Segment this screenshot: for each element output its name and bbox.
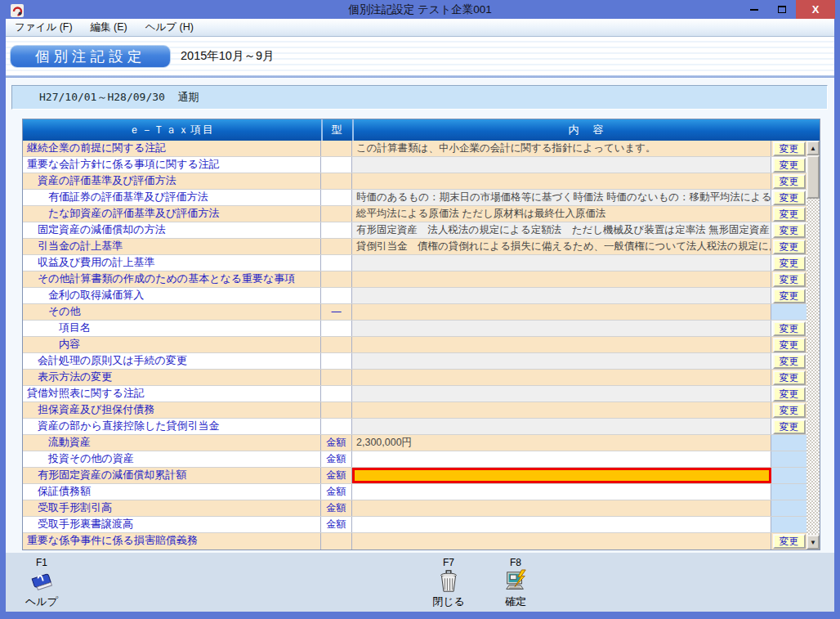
scrollbar-thumb[interactable] xyxy=(806,155,820,199)
change-button-cell: 変更 xyxy=(771,157,806,173)
etax-item-cell: その他 xyxy=(23,304,321,320)
etax-item-label: たな卸資産の評価基準及び評価方法 xyxy=(48,207,219,219)
change-button[interactable]: 変更 xyxy=(773,354,806,369)
table-row: 担保資産及び担保付債務 変更 xyxy=(23,402,806,419)
etax-item-cell: 投資その他の資産 xyxy=(23,451,321,467)
table-row: 項目名 変更 xyxy=(23,321,806,337)
type-cell xyxy=(321,157,352,173)
etax-item-cell: 金利の取得減価算入 xyxy=(23,288,321,303)
etax-item-cell: 受取手形割引高 xyxy=(23,500,321,516)
table-row: 受取手形裏書譲渡高 金額 xyxy=(23,517,806,533)
content-cell xyxy=(352,304,771,320)
change-button[interactable]: 変更 xyxy=(773,223,806,238)
change-button[interactable]: 変更 xyxy=(773,240,806,254)
etax-item-cell: 資産の評価基準及び評価方法 xyxy=(23,173,321,189)
change-button-cell: 変更 xyxy=(771,239,806,254)
content-cell[interactable] xyxy=(352,468,771,483)
content-cell xyxy=(352,386,771,401)
change-button-cell xyxy=(771,484,806,500)
app-icon xyxy=(11,4,24,17)
change-button[interactable]: 変更 xyxy=(773,387,806,401)
menu-file[interactable]: ファイル (F) xyxy=(6,19,82,36)
content-cell[interactable] xyxy=(352,500,771,516)
change-button[interactable]: 変更 xyxy=(773,141,806,156)
etax-item-cell: 内容 xyxy=(23,337,321,352)
menubar: ファイル (F) 編集 (E) ヘルプ (H) xyxy=(6,19,834,37)
etax-items-table: ｅ－Ｔａｘ項目 型 内 容 継続企業の前提に関する注記 この計算書類は、中小企業… xyxy=(22,119,820,550)
type-cell xyxy=(321,402,352,418)
etax-item-cell: 担保資産及び担保付債務 xyxy=(23,402,321,418)
content-cell xyxy=(352,288,771,303)
change-button[interactable]: 変更 xyxy=(773,534,806,549)
table-row: たな卸資産の評価基準及び評価方法 総平均法による原価法 ただし原材料は最終仕入原… xyxy=(23,206,806,222)
change-button[interactable]: 変更 xyxy=(773,174,806,189)
column-header-type: 型 xyxy=(321,119,352,141)
menu-help[interactable]: ヘルプ (H) xyxy=(136,19,203,36)
change-button-cell: 変更 xyxy=(771,190,806,205)
change-button-cell: 変更 xyxy=(771,419,806,434)
etax-item-cell: 流動資産 xyxy=(23,435,321,451)
change-button[interactable]: 変更 xyxy=(773,158,806,173)
content-cell xyxy=(352,419,771,434)
change-button-cell: 変更 xyxy=(771,337,806,352)
table-row: その他計算書類の作成のための基本となる重要な事項 変更 xyxy=(23,271,806,288)
etax-item-cell: 資産の部から直接控除した貸倒引当金 xyxy=(23,419,321,434)
menu-edit[interactable]: 編集 (E) xyxy=(82,19,136,36)
change-button[interactable]: 変更 xyxy=(773,419,806,434)
etax-item-label: 引当金の計上基準 xyxy=(38,240,123,252)
change-button[interactable]: 変更 xyxy=(773,256,806,271)
table-row: 重要な会計方針に係る事項に関する注記 変更 xyxy=(23,157,806,173)
trash-icon xyxy=(436,569,461,594)
etax-item-label: 固定資産の減価償却の方法 xyxy=(38,223,166,235)
scrollbar-down-icon[interactable]: ▼ xyxy=(806,535,820,549)
etax-item-label: その他計算書類の作成のための基本となる重要な事項 xyxy=(38,272,295,285)
scrollbar-track[interactable] xyxy=(806,199,820,535)
type-cell: 金額 xyxy=(321,435,352,451)
content-cell[interactable]: 2,300,000円 xyxy=(352,435,771,451)
content-cell[interactable] xyxy=(352,517,771,532)
change-button[interactable]: 変更 xyxy=(773,321,806,336)
change-button[interactable]: 変更 xyxy=(773,272,806,287)
maximize-button[interactable] xyxy=(768,0,796,19)
content-cell: 貸倒引当金 債権の貸倒れによる損失に備えるため、一般債権について法人税法の規定に… xyxy=(352,239,771,254)
table-body: 継続企業の前提に関する注記 この計算書類は、中小企業の会計に関する指針によってい… xyxy=(23,141,806,549)
table-row: 収益及び費用の計上基準 変更 xyxy=(23,255,806,271)
change-button-cell: 変更 xyxy=(771,255,806,271)
confirm-button[interactable]: F8 確定 xyxy=(489,557,542,609)
table-row: 金利の取得減価算入 変更 xyxy=(23,288,806,304)
change-button[interactable]: 変更 xyxy=(773,207,806,222)
close-icon[interactable]: X xyxy=(796,0,835,19)
etax-item-label: 有価証券の評価基準及び評価方法 xyxy=(48,191,208,203)
etax-item-cell: 重要な係争事件に係る損害賠償義務 xyxy=(23,533,321,549)
change-button[interactable]: 変更 xyxy=(773,370,806,385)
etax-item-cell: 会計処理の原則又は手続の変更 xyxy=(23,353,321,369)
type-cell xyxy=(321,173,352,189)
content-cell: 時価のあるもの：期末日の市場価格等に基づく時価法 時価のないもの：移動平均法によ… xyxy=(352,190,771,205)
change-button[interactable]: 変更 xyxy=(773,289,806,303)
change-button-cell: 変更 xyxy=(771,353,806,369)
close-screen-button[interactable]: F7 閉じる xyxy=(422,557,475,609)
content-cell: この計算書類は、中小企業の会計に関する指針によっています。 xyxy=(352,141,771,156)
minimize-button[interactable] xyxy=(740,0,768,19)
change-button[interactable]: 変更 xyxy=(773,338,806,352)
content-cell[interactable] xyxy=(352,451,771,467)
etax-item-cell: 表示方法の変更 xyxy=(23,370,321,385)
table-header: ｅ－Ｔａｘ項目 型 内 容 xyxy=(23,119,820,141)
help-button[interactable]: F1 ヘルプ xyxy=(16,557,68,609)
change-button-cell: 変更 xyxy=(771,386,806,401)
table-scrollbar[interactable]: ▲ ▼ xyxy=(806,141,820,549)
etax-item-label: 資産の部から直接控除した貸倒引当金 xyxy=(38,419,220,432)
change-button-cell: 変更 xyxy=(771,533,806,549)
content-cell[interactable] xyxy=(352,484,771,500)
scrollbar-up-icon[interactable]: ▲ xyxy=(806,141,820,155)
type-cell xyxy=(321,255,352,271)
change-button-cell: 変更 xyxy=(771,206,806,222)
change-button[interactable]: 変更 xyxy=(773,403,806,418)
type-cell: 金額 xyxy=(321,517,352,532)
change-button-cell xyxy=(771,435,806,451)
change-button-cell xyxy=(771,517,806,532)
header-strip: 個別注記設定 2015年10月～9月 xyxy=(6,37,834,75)
change-button[interactable]: 変更 xyxy=(773,191,806,205)
type-cell xyxy=(321,239,352,254)
fn-button-label: 確定 xyxy=(489,594,542,609)
